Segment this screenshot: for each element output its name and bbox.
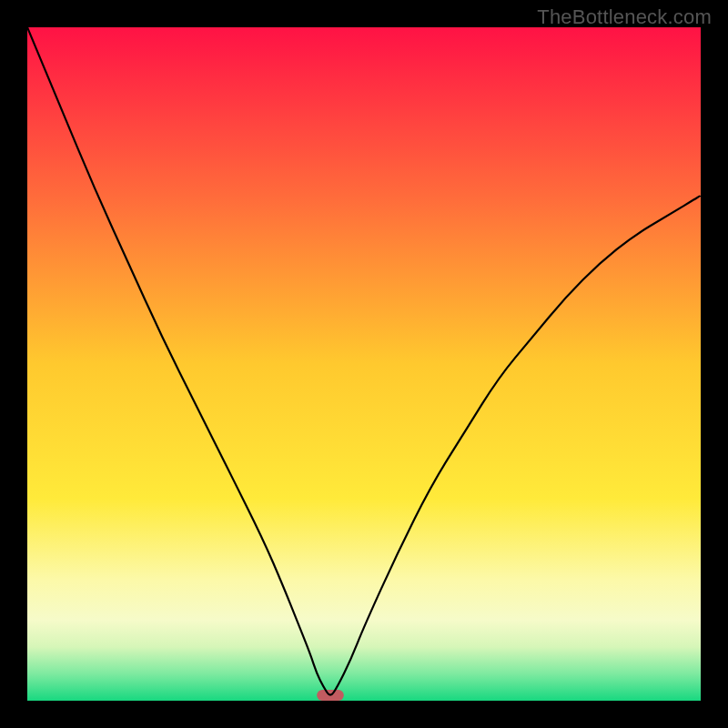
watermark-text: TheBottleneck.com: [537, 5, 712, 29]
background-gradient: [27, 27, 701, 701]
chart-frame: TheBottleneck.com: [0, 0, 728, 728]
plot-area: [27, 27, 701, 701]
chart-svg: [27, 27, 701, 701]
